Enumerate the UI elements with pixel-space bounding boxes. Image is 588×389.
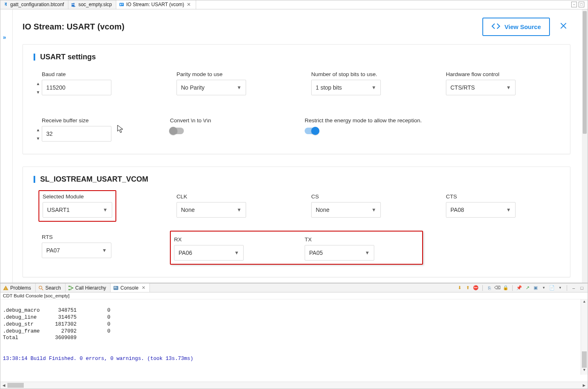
- editor-tab-gatt[interactable]: gatt_configuration.btconf: [0, 0, 68, 9]
- code-icon: [491, 22, 500, 32]
- chevron-down-icon: ▼: [506, 207, 511, 213]
- wrap-icon[interactable]: ⎘: [486, 285, 493, 291]
- restrict-energy-label: Restrict the energy mode to allow the re…: [305, 117, 558, 124]
- section-title-vcom: SL_IOSTREAM_USART_VCOM: [35, 175, 558, 184]
- svg-point-6: [68, 289, 70, 290]
- tx-select[interactable]: PA05 ▼: [305, 245, 374, 261]
- expand-panel-icon[interactable]: »: [3, 34, 6, 40]
- bluetooth-icon: [3, 2, 9, 7]
- convert-newline-label: Convert \n to \r\n: [170, 117, 288, 124]
- view-tab-bar: Problems Search Call Hierarchy Console: [0, 283, 588, 292]
- selected-module-value: USART1: [47, 207, 70, 213]
- console-horizontal-scrollbar[interactable]: ◀ ▶: [0, 382, 588, 389]
- arrow-up-icon[interactable]: ⬆: [464, 285, 471, 291]
- console-line: .debug_str 1817302 0: [3, 322, 111, 327]
- flow-control-value: CTS/RTS: [450, 84, 475, 91]
- hierarchy-icon: [68, 285, 74, 291]
- close-icon[interactable]: ✕: [142, 285, 145, 290]
- scroll-down-icon[interactable]: ▼: [581, 368, 588, 375]
- rx-buffer-input[interactable]: 32: [42, 126, 111, 142]
- cts-select[interactable]: PA08 ▼: [446, 202, 516, 218]
- scrollbar-thumb[interactable]: [583, 11, 587, 134]
- usart-settings-card: USART settings Baud rate ▲ ▼ 115200: [23, 44, 570, 154]
- view-source-button[interactable]: View Source: [482, 18, 550, 36]
- svg-rect-9: [114, 287, 116, 287]
- console-line: Total 3609089: [3, 335, 77, 341]
- baud-rate-spinners[interactable]: ▲ ▼: [36, 81, 40, 94]
- usart-config-icon: [119, 2, 124, 7]
- view-tab-console[interactable]: Console ✕: [111, 283, 150, 292]
- cs-select[interactable]: None ▼: [311, 202, 381, 218]
- parity-select[interactable]: No Parity ▼: [176, 80, 246, 95]
- console-line: .debug_macro 348751 0: [3, 308, 111, 313]
- pin-icon[interactable]: 📌: [516, 285, 522, 291]
- chevron-down-icon[interactable]: ▼: [541, 285, 547, 291]
- parity-label: Parity mode to use: [176, 71, 288, 77]
- scroll-left-icon[interactable]: ◀: [0, 382, 7, 389]
- svg-point-4: [39, 286, 42, 289]
- chevron-down-icon[interactable]: ▼: [36, 90, 40, 94]
- scroll-lock-icon[interactable]: 🔒: [502, 285, 509, 291]
- flow-control-select[interactable]: CTS/RTS ▼: [446, 80, 516, 95]
- view-tab-problems[interactable]: Problems: [0, 283, 36, 292]
- selected-module-select[interactable]: USART1 ▼: [43, 202, 112, 218]
- chevron-down-icon: ▼: [234, 250, 239, 256]
- page-title: IO Stream: USART (vcom): [23, 22, 124, 31]
- baud-rate-input[interactable]: 115200: [42, 80, 111, 95]
- close-icon[interactable]: ✕: [186, 2, 192, 7]
- chevron-down-icon[interactable]: ▼: [36, 136, 40, 141]
- display-selected-icon[interactable]: ▣: [532, 285, 539, 291]
- view-tab-callhier[interactable]: Call Hierarchy: [66, 283, 111, 292]
- editor-tab-soc[interactable]: soc_empty.slcp: [68, 0, 116, 9]
- cancel-build-icon[interactable]: ⛔: [473, 285, 479, 291]
- close-editor-button[interactable]: [560, 21, 567, 32]
- chevron-up-icon[interactable]: ▲: [36, 128, 40, 132]
- chevron-down-icon[interactable]: ▼: [557, 285, 563, 291]
- rx-select[interactable]: PA06 ▼: [174, 245, 244, 261]
- rx-value: PA06: [179, 250, 192, 256]
- tx-value: PA05: [309, 250, 323, 256]
- view-source-label: View Source: [504, 23, 541, 30]
- view-tab-label: Search: [45, 285, 61, 291]
- minimize-editor-icon[interactable]: –: [571, 2, 577, 7]
- scrollbar-thumb[interactable]: [582, 351, 587, 368]
- editor-tab-iostream[interactable]: IO Stream: USART (vcom) ✕: [116, 0, 196, 9]
- maximize-editor-icon[interactable]: □: [579, 2, 584, 7]
- clear-console-icon[interactable]: ⌫: [494, 285, 501, 291]
- editor-tab-label: IO Stream: USART (vcom): [126, 2, 184, 7]
- scrollbar-thumb[interactable]: [7, 383, 24, 388]
- convert-newline-toggle[interactable]: [170, 128, 184, 134]
- editor-tab-label: soc_empty.slcp: [78, 2, 112, 7]
- editor-tab-bar: gatt_configuration.btconf soc_empty.slcp…: [0, 0, 588, 9]
- scroll-right-icon[interactable]: ▶: [581, 382, 588, 389]
- arrow-down-icon[interactable]: ⬇: [456, 285, 463, 291]
- restrict-energy-toggle[interactable]: [305, 128, 319, 134]
- new-console-icon[interactable]: 📄: [549, 285, 555, 291]
- svg-rect-10: [114, 288, 117, 288]
- console-output[interactable]: .debug_macro 348751 0 .debug_line 314675…: [0, 299, 588, 382]
- scroll-up-icon[interactable]: ▲: [581, 299, 588, 306]
- open-console-icon[interactable]: ↗: [524, 285, 531, 291]
- svg-point-7: [72, 287, 73, 289]
- svg-rect-1: [120, 4, 121, 6]
- maximize-view-icon[interactable]: □: [579, 285, 585, 291]
- cs-value: None: [316, 207, 329, 213]
- stop-bits-select[interactable]: 1 stop bits ▼: [311, 80, 381, 95]
- minimize-view-icon[interactable]: –: [570, 285, 577, 291]
- svg-rect-3: [122, 4, 123, 5]
- baud-rate-label: Baud rate: [42, 71, 154, 77]
- clk-select[interactable]: None ▼: [176, 202, 246, 218]
- console-line-status: 13:38:14 Build Finished. 0 errors, 0 war…: [3, 356, 193, 362]
- rts-value: PA07: [46, 247, 60, 254]
- rts-select[interactable]: PA07 ▼: [42, 243, 111, 258]
- console-title: CDT Build Console [soc_empty]: [0, 292, 588, 299]
- view-tab-search[interactable]: Search: [36, 283, 66, 292]
- rx-buffer-spinners[interactable]: ▲ ▼: [36, 128, 40, 141]
- mouse-cursor-icon: [117, 125, 124, 135]
- editor-scrollbar[interactable]: [582, 9, 588, 283]
- svg-point-5: [68, 286, 70, 287]
- console-vertical-scrollbar[interactable]: ▲ ▼: [581, 299, 588, 375]
- chevron-up-icon[interactable]: ▲: [36, 81, 40, 86]
- editor-content: IO Stream: USART (vcom) View Source USAR…: [13, 9, 582, 283]
- editor-area-controls: – □: [571, 0, 588, 9]
